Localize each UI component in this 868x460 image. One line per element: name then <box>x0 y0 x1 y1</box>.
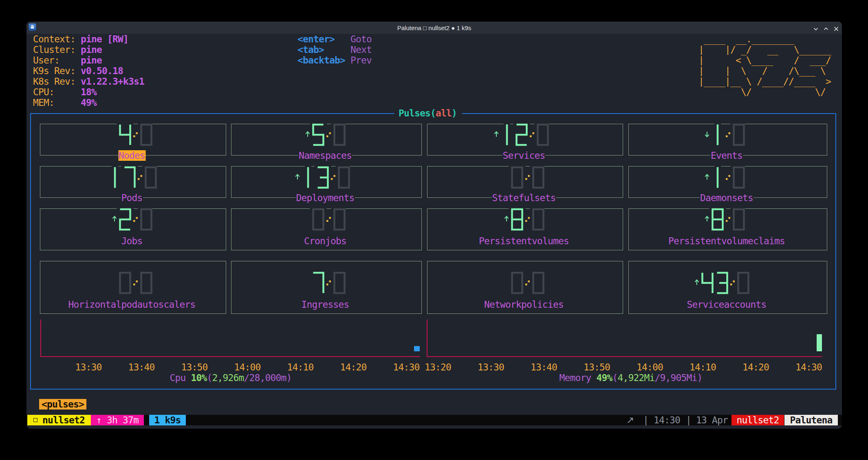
memory-caption-used: 4,922Mi <box>618 372 655 383</box>
tmux-window-badge[interactable]: 1 k9s <box>149 415 186 425</box>
pulse-counter-namespaces <box>296 123 346 148</box>
pulse-tile-label-daemonsets[interactable]: Daemonsets <box>700 193 753 203</box>
pulses-panel-title: Pulses(all) <box>394 108 462 118</box>
tmux-status-bar: nullset2↑3h 37m1 k9s↗|14:30|13 Aprnullse… <box>26 415 842 425</box>
uptime-arrow-icon: ↑ <box>96 415 101 425</box>
cpu-x-tick-label: 13:50 <box>181 362 208 372</box>
key-hint-key: <enter> <box>297 34 335 44</box>
cpu-caption-used: 2,926m <box>212 372 244 383</box>
memory-chart-x-axis <box>427 356 822 357</box>
key-hint-action: Prev <box>350 55 372 66</box>
counter-dot <box>329 217 331 219</box>
cluster-info-row: Cluster: pine <box>33 44 102 55</box>
cpu-caption-capacity: /28,000m) <box>244 372 292 383</box>
key-hint-key: <tab> <box>297 44 324 55</box>
counter-dot <box>530 136 532 138</box>
cpu-chart-x-axis <box>40 356 420 357</box>
k9s-ascii-logo: ____ __.________ | |/ _/ __ \______ | < … <box>698 34 831 97</box>
info-value: v1.22.3+k3s1 <box>81 76 144 87</box>
pulse-counter-pods <box>93 166 157 191</box>
tmux-session-badge[interactable]: nullset2 <box>27 415 91 425</box>
counter-dot <box>326 220 328 222</box>
pulse-tile-label-deployments[interactable]: Deployments <box>296 193 355 203</box>
pulse-tile-label-serviceaccounts[interactable]: Serviceaccounts <box>687 299 767 310</box>
info-value: pine <box>81 55 102 66</box>
trend-arrow-up <box>504 216 509 221</box>
trend-arrow-up <box>695 280 699 285</box>
pulse-counter-deployments <box>286 166 350 191</box>
pulses-breadcrumb[interactable]: <pulses> <box>39 399 86 410</box>
pulse-tile-label-jobs[interactable]: Jobs <box>121 236 143 246</box>
memory-x-tick-label: 14:10 <box>690 362 716 372</box>
network-direction-icon: ↗ <box>626 415 634 425</box>
panel-title-suffix: ) <box>452 108 457 118</box>
pulse-tile-label-networkpolicies[interactable]: Networkpolicies <box>484 299 564 310</box>
window-titlebar[interactable]: Palutena □ nullset2 ● 1 k9s <box>26 22 842 34</box>
statusbar-date: 13 Apr <box>696 415 728 425</box>
cluster-info-row: K8s Rev: v1.22.3+k3s1 <box>33 76 144 87</box>
tmux-uptime-value: 3h 37m <box>107 415 139 425</box>
cpu-latest-sample <box>414 346 420 351</box>
pulse-tile-label-horizontalpodautoscalers[interactable]: Horizontalpodautoscalers <box>68 299 196 310</box>
pulse-counter-daemonsets <box>695 166 745 191</box>
memory-caption-capacity: /9,905Mi) <box>654 372 702 383</box>
cpu-x-tick-label: 14:00 <box>234 362 261 372</box>
pulses-breadcrumb-label: <pulses> <box>42 399 84 410</box>
cpu-usage-caption: Cpu 10%(2,926m/28,000m) <box>170 372 292 383</box>
cpu-x-tick-label: 14:30 <box>393 362 420 372</box>
info-value: v0.50.18 <box>81 66 123 76</box>
counter-dot <box>525 284 527 286</box>
pulse-counter-events <box>695 123 745 148</box>
cluster-info-row: K9s Rev: v0.50.18 <box>33 66 123 76</box>
window-close-button[interactable] <box>834 25 839 30</box>
counter-dot <box>726 136 728 138</box>
statusbar-separator: | <box>643 415 648 425</box>
pulse-tile-label-events[interactable]: Events <box>710 150 743 161</box>
pulse-tile-label-services[interactable]: Services <box>502 150 546 161</box>
cpu-caption-percent: 10% <box>191 372 207 383</box>
pulse-tile-label-ingresses[interactable]: Ingresses <box>301 299 350 310</box>
pulse-counter-statefulsets <box>495 166 544 191</box>
window-minimize-button[interactable] <box>813 25 818 30</box>
info-label: K9s Rev: <box>33 66 81 76</box>
counter-dot <box>334 175 336 177</box>
counter-dot <box>326 136 328 138</box>
cpu-x-tick-label: 14:10 <box>287 362 314 372</box>
pulse-tile-label-statefulsets[interactable]: Statefulsets <box>492 193 556 203</box>
counter-dot <box>726 220 728 222</box>
cluster-info-row: MEM: 49% <box>33 97 97 108</box>
pulse-tile-label-persistentvolumeclaims[interactable]: Persistentvolumeclaims <box>668 236 785 246</box>
counter-dot <box>733 280 735 283</box>
cluster-info-row: CPU: 18% <box>33 87 97 97</box>
pulse-counter-jobs <box>103 208 152 233</box>
counter-dot <box>138 178 140 180</box>
counter-dot <box>730 284 732 286</box>
memory-x-tick-label: 13:30 <box>478 362 504 372</box>
pulse-tile-label-persistentvolumes[interactable]: Persistentvolumes <box>478 236 569 246</box>
window-maximize-button[interactable] <box>824 25 828 30</box>
window-controls <box>813 22 839 34</box>
pulse-tile-label-namespaces[interactable]: Namespaces <box>298 150 352 161</box>
statusbar-time: 14:30 <box>654 415 680 425</box>
pulse-tile-label-pods[interactable]: Pods <box>121 193 143 203</box>
pulse-counter-cronjobs <box>296 208 346 233</box>
counter-dot <box>726 178 728 180</box>
memory-x-tick-label: 14:30 <box>795 362 822 372</box>
info-label: CPU: <box>33 87 81 97</box>
counter-dot <box>331 178 333 180</box>
pulse-tile-label-cronjobs[interactable]: Cronjobs <box>304 236 347 246</box>
session-window-icon <box>33 418 37 422</box>
pulse-tile-label-nodes[interactable]: Nodes <box>118 150 145 161</box>
info-value: pine <box>81 44 102 55</box>
memory-usage-caption: Memory 49%(4,922Mi/9,905Mi) <box>560 372 703 383</box>
cpu-caption-paren: ( <box>207 372 212 383</box>
cpu-caption-name: Cpu <box>170 372 186 383</box>
info-label: Context: <box>33 34 81 44</box>
memory-caption-paren: ( <box>612 372 618 383</box>
info-label: K8s Rev: <box>33 76 81 87</box>
tmux-user-badge: Palutena <box>784 415 838 425</box>
counter-dot <box>326 284 328 286</box>
counter-dot <box>528 217 530 219</box>
trend-arrow-up <box>112 216 117 221</box>
tmux-host-badge: nullset2 <box>731 415 784 425</box>
